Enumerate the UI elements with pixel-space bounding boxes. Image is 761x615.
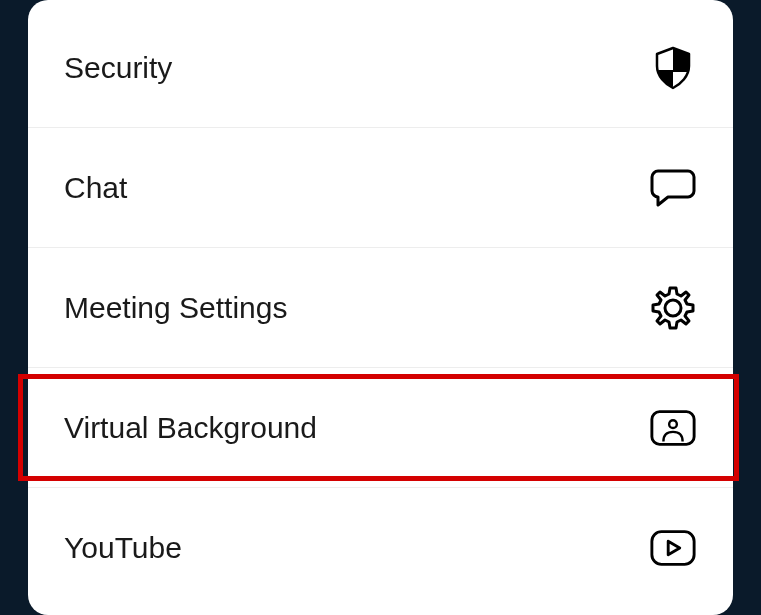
- youtube-icon: [649, 524, 697, 572]
- settings-panel: Security Chat Meeting Settings: [28, 0, 733, 615]
- menu-item-youtube[interactable]: YouTube: [28, 488, 733, 608]
- menu-item-label: YouTube: [64, 531, 182, 565]
- gear-icon: [649, 284, 697, 332]
- virtual-background-icon: [649, 404, 697, 452]
- svg-point-1: [669, 420, 677, 428]
- shield-icon: [649, 44, 697, 92]
- menu-item-virtual-background[interactable]: Virtual Background: [28, 368, 733, 488]
- menu-item-label: Meeting Settings: [64, 291, 287, 325]
- chat-icon: [649, 164, 697, 212]
- menu-item-chat[interactable]: Chat: [28, 128, 733, 248]
- svg-rect-2: [652, 532, 694, 565]
- menu-item-label: Chat: [64, 171, 127, 205]
- menu-item-label: Security: [64, 51, 172, 85]
- menu-item-security[interactable]: Security: [28, 8, 733, 128]
- menu-item-label: Virtual Background: [64, 411, 317, 445]
- menu-item-meeting-settings[interactable]: Meeting Settings: [28, 248, 733, 368]
